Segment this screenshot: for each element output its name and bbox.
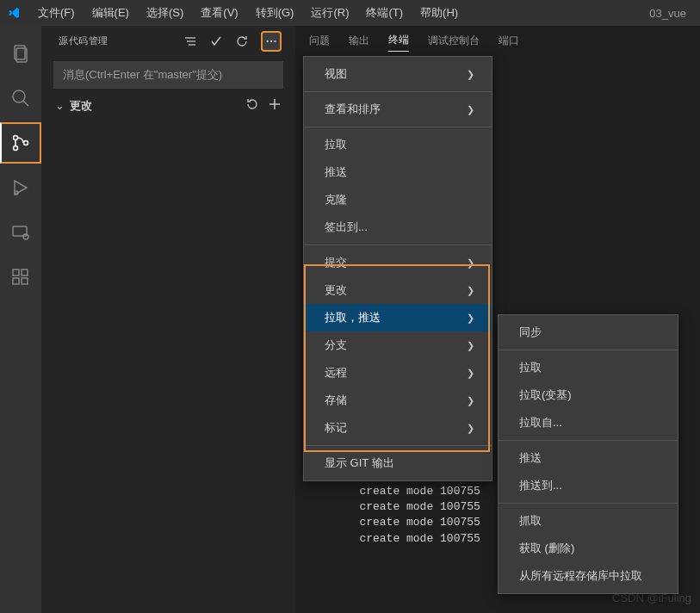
scm-menu-item[interactable]: 提交❯: [304, 249, 492, 276]
panel-tab-output[interactable]: 输出: [349, 30, 369, 52]
pullpush-menu-item[interactable]: 推送到...: [499, 472, 678, 499]
pullpush-menu-label: 推送到...: [519, 478, 562, 493]
activity-explorer[interactable]: [0, 33, 41, 74]
pullpush-menu-label: 从所有远程存储库中拉取: [519, 568, 642, 584]
scm-context-menu: 视图❯查看和排序❯拉取推送克隆签出到...提交❯更改❯拉取，推送❯分支❯远程❯存…: [303, 56, 492, 481]
svg-rect-12: [22, 278, 28, 284]
scm-menu-label: 分支: [325, 337, 347, 353]
menubar: 文件(F) 编辑(E) 选择(S) 查看(V) 转到(G) 运行(R) 终端(T…: [0, 0, 700, 26]
menu-separator: [304, 245, 492, 245]
pullpush-menu-item[interactable]: 推送: [499, 444, 678, 472]
commit-message-input[interactable]: 消息(Ctrl+Enter 在"master"提交): [53, 61, 283, 89]
menu-selection[interactable]: 选择(S): [139, 2, 190, 24]
chevron-right-icon: ❯: [467, 423, 474, 434]
menu-separator: [304, 91, 492, 92]
menu-file[interactable]: 文件(F): [31, 2, 82, 24]
scm-menu-item[interactable]: 推送: [304, 158, 492, 186]
svg-line-3: [23, 101, 28, 106]
pullpush-menu-item[interactable]: 抓取: [499, 507, 678, 535]
pullpush-menu-item[interactable]: 拉取自...: [499, 409, 678, 437]
pull-push-submenu: 同步拉取拉取(变基)拉取自...推送推送到...抓取获取 (删除)从所有远程存储…: [498, 314, 678, 594]
activity-run-debug[interactable]: [0, 167, 41, 208]
scm-menu-item[interactable]: 更改❯: [304, 276, 492, 304]
svg-point-9: [23, 234, 28, 239]
scm-menu-label: 签出到...: [325, 220, 368, 235]
chevron-down-icon: ⌄: [55, 99, 65, 112]
scm-menu-label: 更改: [325, 282, 347, 298]
chevron-right-icon: ❯: [467, 104, 474, 115]
pullpush-menu-label: 同步: [519, 325, 542, 340]
sidebar-title: 源代码管理: [59, 34, 183, 47]
panel-tab-debug-console[interactable]: 调试控制台: [428, 30, 480, 52]
menu-run[interactable]: 运行(R): [304, 2, 356, 24]
activity-search[interactable]: [0, 77, 41, 119]
menu-view[interactable]: 查看(V): [194, 2, 245, 24]
pullpush-menu-label: 推送: [519, 450, 542, 466]
menu-edit[interactable]: 编辑(E): [85, 2, 136, 24]
more-actions-button[interactable]: [261, 31, 282, 52]
scm-menu-label: 显示 GIT 输出: [325, 455, 394, 471]
svg-rect-10: [13, 269, 19, 276]
pullpush-menu-item[interactable]: 获取 (删除): [499, 535, 678, 562]
scm-menu-label: 拉取: [325, 137, 347, 152]
activity-source-control[interactable]: [0, 122, 41, 164]
pullpush-menu-label: 获取 (删除): [519, 541, 574, 556]
changes-section[interactable]: ⌄ 更改: [41, 94, 295, 117]
svg-point-17: [266, 40, 268, 41]
scm-menu-item[interactable]: 远程❯: [304, 359, 492, 387]
tree-view-icon[interactable]: [183, 34, 197, 48]
svg-point-18: [270, 40, 272, 41]
scm-menu-item[interactable]: 查看和排序❯: [304, 96, 492, 123]
scm-menu-item[interactable]: 分支❯: [304, 331, 492, 359]
scm-menu-label: 推送: [325, 164, 347, 180]
scm-menu-item[interactable]: 拉取，推送❯: [304, 304, 492, 331]
scm-menu-item[interactable]: 拉取: [304, 131, 492, 158]
scm-menu-item[interactable]: 签出到...: [304, 214, 492, 241]
chevron-right-icon: ❯: [467, 340, 474, 351]
svg-point-5: [14, 146, 18, 151]
refresh-icon[interactable]: [235, 34, 249, 48]
pullpush-menu-label: 拉取(变基): [519, 387, 572, 403]
svg-point-4: [14, 136, 18, 140]
scm-menu-item[interactable]: 克隆: [304, 186, 492, 214]
vscode-logo-icon: [7, 6, 21, 20]
scm-menu-item[interactable]: 标记❯: [304, 414, 492, 442]
menu-separator: [304, 445, 492, 446]
chevron-right-icon: ❯: [467, 395, 474, 406]
pullpush-menu-item[interactable]: 从所有远程存储库中拉取: [499, 562, 678, 590]
activity-remote[interactable]: [0, 212, 41, 253]
pullpush-menu-label: 拉取: [519, 360, 542, 375]
scm-menu-label: 克隆: [325, 192, 347, 207]
chevron-right-icon: ❯: [467, 257, 474, 269]
menu-separator: [499, 503, 678, 504]
menu-go[interactable]: 转到(G): [249, 2, 301, 24]
svg-point-2: [13, 90, 25, 102]
menu-separator: [499, 350, 678, 350]
scm-menu-label: 查看和排序: [325, 102, 381, 117]
chevron-right-icon: ❯: [467, 69, 474, 80]
pullpush-menu-item[interactable]: 拉取: [499, 354, 678, 381]
commit-icon[interactable]: [209, 34, 223, 48]
scm-menu-label: 存储: [325, 393, 347, 408]
scm-menu-label: 拉取，推送: [325, 310, 381, 325]
pullpush-menu-label: 抓取: [519, 513, 542, 529]
pullpush-menu-label: 拉取自...: [519, 415, 562, 430]
pullpush-menu-item[interactable]: 同步: [499, 319, 678, 346]
menu-help[interactable]: 帮助(H): [413, 2, 465, 24]
menu-separator: [499, 440, 678, 441]
svg-point-19: [274, 40, 276, 41]
panel-tab-ports[interactable]: 端口: [499, 30, 519, 52]
pullpush-menu-item[interactable]: 拉取(变基): [499, 381, 678, 409]
scm-menu-item[interactable]: 视图❯: [304, 60, 492, 88]
scm-menu-item[interactable]: 显示 GIT 输出: [304, 449, 492, 477]
stage-all-icon[interactable]: [268, 97, 282, 114]
activity-bar: [0, 26, 41, 613]
panel-tab-problems[interactable]: 问题: [309, 30, 330, 52]
discard-changes-icon[interactable]: [245, 97, 259, 114]
scm-menu-label: 标记: [325, 420, 347, 436]
chevron-right-icon: ❯: [467, 285, 474, 296]
activity-extensions[interactable]: [0, 257, 41, 298]
scm-menu-item[interactable]: 存储❯: [304, 387, 492, 414]
panel-tab-terminal[interactable]: 终端: [388, 29, 409, 52]
menu-terminal[interactable]: 终端(T): [359, 2, 410, 24]
